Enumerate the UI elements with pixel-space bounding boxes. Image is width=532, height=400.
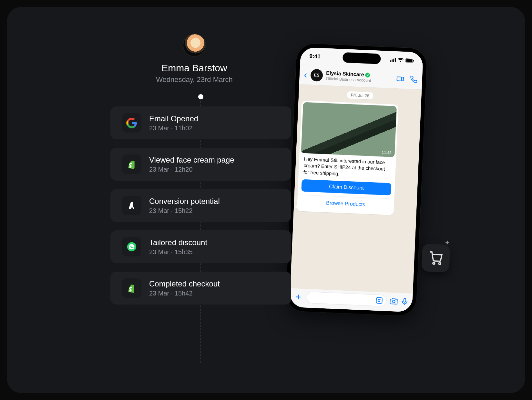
cart-fab[interactable] xyxy=(421,244,450,273)
video-call-icon[interactable] xyxy=(396,75,404,83)
whatsapp-icon xyxy=(122,237,141,256)
event-meta: 23 Mar · 15h22 xyxy=(149,207,220,215)
signal-icon xyxy=(390,58,396,62)
verified-badge-icon xyxy=(365,73,370,78)
camera-icon[interactable] xyxy=(390,297,398,305)
chat-body: Fri, Jul 26 11:43 Hey Emma! Still intere… xyxy=(290,85,422,294)
attach-button[interactable]: + xyxy=(293,291,303,303)
svg-rect-9 xyxy=(397,77,402,81)
svg-rect-4 xyxy=(393,59,394,62)
timeline-start-dot xyxy=(198,94,203,99)
svg-rect-5 xyxy=(395,58,396,62)
svg-rect-14 xyxy=(404,298,406,302)
voice-call-icon[interactable] xyxy=(410,75,418,83)
phone-notch xyxy=(343,52,381,64)
shopify-icon xyxy=(122,278,141,298)
timeline-event[interactable]: Email Opened 23 Mar · 11h02 xyxy=(110,106,291,139)
image-timestamp: 11:43 xyxy=(382,150,392,155)
svg-rect-8 xyxy=(413,60,414,62)
event-meta: 23 Mar · 15h35 xyxy=(149,248,207,256)
wifi-icon xyxy=(398,58,404,62)
svg-point-11 xyxy=(378,299,379,300)
customer-header: Emma Barstow Wednesday, 23rd March xyxy=(110,34,278,84)
customer-name: Emma Barstow xyxy=(110,63,278,74)
svg-point-13 xyxy=(392,300,395,303)
svg-rect-3 xyxy=(392,59,393,62)
timeline-event[interactable]: Tailored discount 23 Mar · 15h35 xyxy=(110,230,291,263)
timeline: Email Opened 23 Mar · 11h02 Viewed face … xyxy=(110,94,291,313)
shopify-icon xyxy=(122,155,141,174)
svg-rect-10 xyxy=(376,297,382,304)
svg-point-16 xyxy=(433,262,435,264)
svg-rect-7 xyxy=(406,59,412,62)
message-card: 11:43 Hey Emma! Still interested in our … xyxy=(297,100,399,215)
phone-mock: 9:41 ‹ ES Elysia Skincare Official Busin… xyxy=(285,43,427,316)
svg-point-17 xyxy=(439,263,441,265)
anthropic-icon xyxy=(122,196,141,215)
google-icon xyxy=(122,113,141,133)
event-title: Tailored discount xyxy=(149,238,207,247)
event-title: Completed checkout xyxy=(149,279,220,288)
back-button[interactable]: ‹ xyxy=(304,70,307,79)
svg-rect-2 xyxy=(390,60,391,62)
event-meta: 23 Mar · 15h42 xyxy=(149,290,220,297)
message-text: Hey Emma! Still interested in our face c… xyxy=(300,153,394,180)
browse-products-button[interactable]: Browse Products xyxy=(299,195,393,212)
timeline-event[interactable]: Completed checkout 23 Mar · 15h42 xyxy=(110,272,291,305)
sticker-icon[interactable] xyxy=(375,296,383,305)
event-meta: 23 Mar · 12h20 xyxy=(149,166,234,173)
battery-icon xyxy=(405,58,414,63)
event-title: Conversion potential xyxy=(149,197,220,206)
date-chip: Fri, Jul 26 xyxy=(347,91,373,100)
canvas: Emma Barstow Wednesday, 23rd March Email… xyxy=(7,7,525,393)
timeline-event[interactable]: Viewed face cream page 23 Mar · 12h20 xyxy=(110,148,291,181)
timeline-event[interactable]: Conversion potential 23 Mar · 15h22 xyxy=(110,189,291,222)
message-image[interactable]: 11:43 xyxy=(301,102,397,157)
customer-avatar xyxy=(183,34,206,57)
svg-point-12 xyxy=(380,299,380,300)
event-title: Email Opened xyxy=(149,114,198,123)
business-avatar[interactable]: ES xyxy=(310,69,323,82)
event-title: Viewed face cream page xyxy=(149,155,234,165)
mic-icon[interactable] xyxy=(401,297,409,305)
claim-discount-button[interactable]: Claim Discount xyxy=(301,179,391,195)
event-meta: 23 Mar · 11h02 xyxy=(149,125,198,132)
status-time: 9:41 xyxy=(309,53,321,60)
customer-date: Wednesday, 23rd March xyxy=(110,75,278,84)
cart-icon xyxy=(428,251,443,265)
business-info[interactable]: Elysia Skincare Official Business Accoun… xyxy=(326,70,393,84)
message-input[interactable] xyxy=(306,292,387,307)
